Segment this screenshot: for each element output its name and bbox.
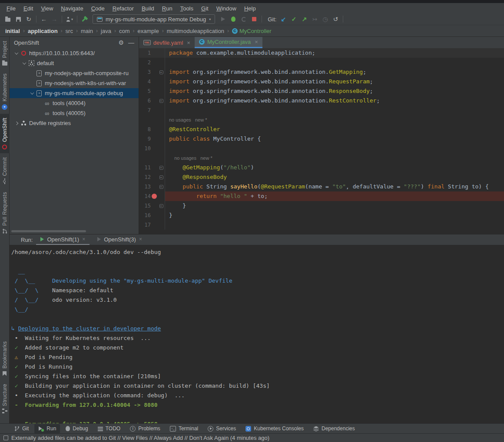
close-icon[interactable]: × <box>187 40 190 46</box>
breakpoint-slot[interactable] <box>151 163 158 172</box>
git-commit-icon[interactable]: ✓ <box>288 14 299 24</box>
tree-row[interactable]: ‹›my-nodesjs-with-k8s-uri-with-var <box>10 78 139 88</box>
menu-build[interactable]: Build <box>138 5 158 12</box>
tool-button-dependencies[interactable]: Dependencies <box>309 424 359 433</box>
breakpoint-slot[interactable] <box>151 67 158 77</box>
chevron-down-icon[interactable] <box>23 61 26 64</box>
tree-row[interactable]: https://10.10.10.105:6443/ <box>10 48 139 58</box>
tree-row[interactable]: ∞tools (40005) <box>10 108 139 118</box>
stripe-button-commit[interactable]: Commit <box>0 153 10 188</box>
tool-button-services[interactable]: Services <box>204 424 240 433</box>
run-tab-openshift1[interactable]: OpenShift(1)× <box>36 234 90 245</box>
history-icon[interactable]: ◷ <box>320 14 330 24</box>
fold-marker-icon[interactable]: − <box>159 166 163 170</box>
breakpoint-slot[interactable] <box>151 191 158 201</box>
tree-row[interactable]: Devfile registries <box>10 118 139 128</box>
git-cherry-pick-icon[interactable]: ↣ <box>309 14 320 24</box>
save-icon[interactable] <box>13 14 23 24</box>
profiler-icon[interactable] <box>239 14 249 24</box>
chevron-down-icon[interactable] <box>15 51 18 54</box>
status-message[interactable]: Externally added files can be added to G… <box>11 435 269 441</box>
tree-row[interactable]: ‹›my-gs-multi-module-app debug <box>10 88 139 98</box>
tool-button-debug[interactable]: Debug <box>62 424 92 433</box>
stripe-button-bookmarks[interactable]: Bookmarks <box>0 337 10 380</box>
chevron-down-icon[interactable] <box>30 91 34 94</box>
breadcrumb-item[interactable]: java <box>101 28 111 34</box>
breadcrumb-item[interactable]: main <box>81 28 93 34</box>
breakpoint-slot[interactable] <box>151 153 158 163</box>
menu-file[interactable]: File <box>3 5 20 12</box>
chevron-right-icon[interactable] <box>15 121 18 125</box>
breakpoint-slot[interactable] <box>151 172 158 182</box>
user-icon[interactable]: ▾ <box>64 14 75 24</box>
tool-button-terminal[interactable]: ›_Terminal <box>166 424 202 433</box>
menu-help[interactable]: Help <box>240 5 260 12</box>
build-hammer-icon[interactable] <box>80 14 90 24</box>
close-icon[interactable]: × <box>139 236 142 242</box>
breakpoint-slot[interactable] <box>151 144 158 153</box>
stripe-button-openshift[interactable]: OpenShift <box>0 114 10 153</box>
stop-icon[interactable] <box>249 14 259 24</box>
back-icon[interactable]: ← <box>39 14 49 24</box>
tree-row[interactable]: ‹›my-nodejs-app-with-composite-ru <box>10 68 139 78</box>
tool-button-problems[interactable]: !Problems <box>126 424 164 433</box>
breakpoint-slot[interactable] <box>151 211 158 220</box>
tree-row[interactable]: default <box>10 58 139 68</box>
breadcrumb-item[interactable]: MyController <box>239 28 272 34</box>
breadcrumb-item[interactable]: application <box>28 28 58 34</box>
git-update-icon[interactable]: ↙ <box>278 14 288 24</box>
editor-code-area[interactable]: 1package com.example.multimoduleapplicat… <box>139 48 504 234</box>
menu-tools[interactable]: Tools <box>176 5 197 12</box>
menu-window[interactable]: Window <box>212 5 240 12</box>
breadcrumb-item[interactable]: src <box>66 28 73 34</box>
breakpoint-slot[interactable] <box>151 96 158 106</box>
breakpoint-slot[interactable] <box>151 182 158 191</box>
breakpoint-slot[interactable] <box>151 106 158 115</box>
run-icon[interactable] <box>218 14 228 24</box>
tool-button-kubernetes-consoles[interactable]: Kubernetes Consoles <box>242 424 308 433</box>
debug-icon[interactable] <box>228 14 239 24</box>
menu-code[interactable]: Code <box>87 5 109 12</box>
breakpoint-slot[interactable] <box>151 125 158 134</box>
editor-tab-mycontroller-java[interactable]: CMyController.java× <box>195 37 262 48</box>
fold-marker-icon[interactable]: − <box>159 70 163 74</box>
tool-button-git[interactable]: Git <box>10 424 33 433</box>
breakpoint-slot[interactable] <box>151 86 158 96</box>
open-icon[interactable] <box>3 14 13 24</box>
fold-marker-icon[interactable]: − <box>159 204 163 208</box>
stripe-button-kubernetes[interactable]: Kubernetes* <box>0 69 10 113</box>
menu-edit[interactable]: Edit <box>20 5 37 12</box>
menu-view[interactable]: View <box>37 5 57 12</box>
git-push-icon[interactable]: ↗ <box>299 14 309 24</box>
breakpoint-slot[interactable] <box>151 220 158 230</box>
fold-marker-icon[interactable]: − <box>159 99 163 103</box>
close-icon[interactable]: × <box>255 39 258 45</box>
console-link[interactable]: Deploying to the cluster in developer mo… <box>18 325 161 332</box>
breadcrumb-item[interactable]: initial <box>5 28 20 34</box>
menu-git[interactable]: Git <box>197 5 212 12</box>
close-icon[interactable]: × <box>82 236 85 242</box>
stripe-button-structure[interactable]: Structure <box>0 380 10 417</box>
breakpoint-slot[interactable] <box>151 77 158 86</box>
sync-icon[interactable]: ↻ <box>23 14 34 24</box>
breakpoint-icon[interactable] <box>152 194 157 199</box>
breadcrumb-item[interactable]: example <box>138 28 159 34</box>
breadcrumb-item[interactable]: multimoduleapplication <box>167 28 224 34</box>
editor-tab-devfile-yaml[interactable]: YMLdevfile.yaml× <box>139 37 195 48</box>
run-config-select[interactable]: my-gs-multi-module-app Remote Debug ▾ <box>93 14 215 24</box>
breakpoint-slot[interactable] <box>151 201 158 211</box>
gear-icon[interactable]: ⚙ <box>118 39 124 46</box>
minimize-icon[interactable]: — <box>128 39 134 46</box>
tool-button-todo[interactable]: TODO <box>94 424 124 433</box>
rollback-icon[interactable]: ↺ <box>330 14 341 24</box>
breakpoint-slot[interactable] <box>151 134 158 144</box>
tool-button-run[interactable]: Run <box>34 424 60 433</box>
fold-marker-icon[interactable]: − <box>159 185 163 189</box>
forward-icon[interactable]: → <box>49 14 60 24</box>
breakpoint-slot[interactable] <box>151 48 158 58</box>
menu-navigate[interactable]: Navigate <box>57 5 87 12</box>
menu-refactor[interactable]: Refactor <box>109 5 138 12</box>
tree-horizontal-scrollbar[interactable] <box>11 230 86 232</box>
run-tab-openshift3[interactable]: OpenShift(3)× <box>93 234 146 245</box>
breakpoint-slot[interactable] <box>151 115 158 125</box>
